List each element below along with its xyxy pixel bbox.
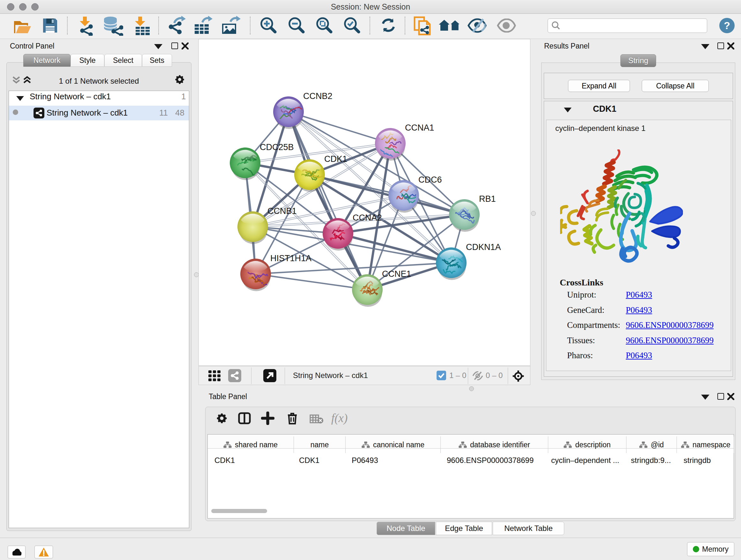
svg-text:CCNB2: CCNB2 [303,91,333,101]
svg-text:CCNB1: CCNB1 [267,206,297,216]
svg-text:CDC25B: CDC25B [260,142,294,152]
svg-text:CDKN1A: CDKN1A [466,242,501,252]
svg-text:RB1: RB1 [479,194,496,204]
svg-text:CCNA2: CCNA2 [353,213,382,223]
svg-text:HIST1H1A: HIST1H1A [270,253,312,263]
svg-text:CDK1: CDK1 [324,154,347,164]
svg-text:CCNE1: CCNE1 [382,269,411,279]
svg-text:CCNA1: CCNA1 [405,123,434,132]
svg-text:CDC6: CDC6 [418,175,442,185]
